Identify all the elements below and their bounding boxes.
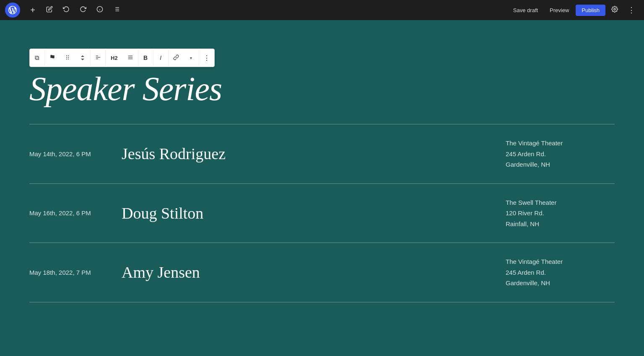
svg-point-9 <box>614 8 615 10</box>
copy-block-button[interactable]: ⧉ <box>30 49 45 67</box>
chevron-updown-icon <box>81 55 84 60</box>
italic-button[interactable]: I <box>153 49 169 67</box>
preview-button[interactable]: Preview <box>545 5 574 16</box>
block-flag-button[interactable] <box>45 49 60 67</box>
flag-icon <box>49 54 55 62</box>
pencil-icon <box>46 6 53 15</box>
block-mover-group: ⠿ <box>45 49 91 67</box>
list-view-button[interactable] <box>109 3 124 18</box>
page-title[interactable]: Speaker Series <box>29 70 615 107</box>
list-icon <box>113 6 120 15</box>
settings-button[interactable] <box>607 3 622 18</box>
heading-align-button[interactable] <box>123 49 138 67</box>
event-speaker: Doug Stilton <box>122 204 506 222</box>
wordpress-logo[interactable] <box>5 3 20 18</box>
undo-icon <box>63 6 70 15</box>
event-row: May 14th, 2022, 6 PM Jesús Rodriguez The… <box>29 124 615 184</box>
heading-group: H2 <box>106 49 138 67</box>
info-button[interactable] <box>92 3 107 18</box>
add-block-button[interactable]: + <box>25 3 40 18</box>
info-icon <box>96 6 103 15</box>
bold-button[interactable]: B <box>138 49 153 67</box>
event-location: The Swell Theater120 River Rd.Rainfall, … <box>506 197 615 230</box>
align-text-icon <box>127 54 133 62</box>
align-left-icon <box>95 54 101 62</box>
publish-button[interactable]: Publish <box>576 5 605 16</box>
ellipsis-vertical-icon: ⋮ <box>628 5 635 15</box>
content-area: ⧉ ⠿ <box>0 20 644 356</box>
more-options-button[interactable]: ⋮ <box>624 3 639 18</box>
bold-icon: B <box>143 54 148 61</box>
event-location: The Vintagé Theater245 Arden Rd.Gardenvi… <box>506 138 615 170</box>
link-button[interactable] <box>169 49 184 67</box>
gear-icon <box>611 6 618 15</box>
edit-button[interactable] <box>42 3 57 18</box>
align-left-button[interactable] <box>91 49 106 67</box>
heading-label: H2 <box>109 55 119 61</box>
copy-icon: ⧉ <box>35 54 39 62</box>
drag-icon: ⠿ <box>65 54 70 61</box>
link-icon <box>173 54 179 62</box>
chevron-down-icon: ▾ <box>190 56 192 60</box>
heading-type-button[interactable]: H2 <box>106 49 123 67</box>
drag-handle-button[interactable]: ⠿ <box>60 49 75 67</box>
save-draft-button[interactable]: Save draft <box>508 5 543 16</box>
events-list: May 14th, 2022, 6 PM Jesús Rodriguez The… <box>29 124 615 302</box>
top-toolbar: + <box>0 0 644 20</box>
block-toolbar: ⧉ ⠿ <box>29 49 215 67</box>
move-up-down-button[interactable] <box>75 49 90 67</box>
event-row: May 16th, 2022, 6 PM Doug Stilton The Sw… <box>29 184 615 243</box>
link-chevron-button[interactable]: ▾ <box>184 49 199 67</box>
more-icon: ⋮ <box>203 54 210 62</box>
italic-icon: I <box>160 54 161 61</box>
event-date: May 16th, 2022, 6 PM <box>29 209 122 217</box>
link-group: ▾ <box>169 49 199 67</box>
event-speaker: Amy Jensen <box>122 263 506 281</box>
event-location: The Vintagé Theater245 Arden Rd.Gardenvi… <box>506 256 615 289</box>
more-block-options-button[interactable]: ⋮ <box>199 49 214 67</box>
redo-button[interactable] <box>75 3 91 18</box>
undo-button[interactable] <box>59 3 74 18</box>
event-date: May 18th, 2022, 7 PM <box>29 269 122 276</box>
plus-icon: + <box>30 5 35 15</box>
event-row: May 18th, 2022, 7 PM Amy Jensen The Vint… <box>29 243 615 302</box>
redo-icon <box>80 6 86 15</box>
event-speaker: Jesús Rodriguez <box>122 144 506 163</box>
event-date: May 14th, 2022, 6 PM <box>29 150 122 157</box>
